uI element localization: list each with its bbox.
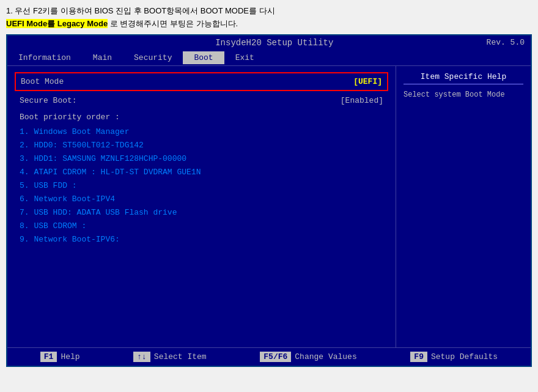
boot-mode-row[interactable]: Boot Mode [UEFI] <box>15 72 388 91</box>
boot-item-3[interactable]: 3. HDD1: SAMSUNG MZNLF128HCHP-00000 <box>20 152 388 166</box>
f5f6-label: Change Values <box>295 352 356 361</box>
boot-item-1[interactable]: 1. Windows Boot Manager <box>20 125 388 139</box>
footer-f1: F1 Help <box>40 352 80 362</box>
instruction-line2: UEFI Mode를 Legacy Mode 로 변경해주시면 부팅은 가능합니… <box>6 18 532 31</box>
select-label: Select Item <box>154 352 207 361</box>
f9-key: F9 <box>410 352 427 362</box>
bios-title-bar: InsydeH20 Setup Utility Rev. 5.0 <box>7 35 531 50</box>
instruction-line1: 1. 우선 F2키를 이용하여 BIOS 진입 후 BOOT항목에서 BOOT … <box>6 5 532 18</box>
boot-item-7[interactable]: 7. USB HDD: ADATA USB Flash drive <box>20 206 388 220</box>
up-arrow-key: ↑↓ <box>133 352 150 362</box>
f1-label: Help <box>61 352 79 361</box>
boot-mode-label: Boot Mode <box>21 77 64 86</box>
menu-information[interactable]: Information <box>7 51 82 64</box>
boot-item-9[interactable]: 9. Network Boot-IPV6: <box>20 233 388 246</box>
bios-rev: Rev. 5.0 <box>487 38 525 47</box>
bios-footer: F1 Help ↑↓ Select Item F5/F6 Change Valu… <box>7 347 531 366</box>
bios-container: InsydeH20 Setup Utility Rev. 5.0 Informa… <box>6 34 532 367</box>
secure-boot-label: Secure Boot: <box>20 96 77 105</box>
bios-content-area: Boot Mode [UEFI] Secure Boot: [Enabled] … <box>7 66 531 347</box>
f1-key: F1 <box>40 352 57 362</box>
menu-main[interactable]: Main <box>82 51 123 64</box>
menu-boot[interactable]: Boot <box>183 51 224 64</box>
secure-boot-row: Secure Boot: [Enabled] <box>15 95 388 106</box>
bios-title: InsydeH20 Setup Utility <box>62 38 487 48</box>
f9-label: Setup Defaults <box>431 352 498 361</box>
menu-security[interactable]: Security <box>123 51 183 64</box>
bios-help-panel: Item Specific Help Select system Boot Mo… <box>396 66 531 347</box>
footer-arrows: ↑↓ Select Item <box>133 352 206 362</box>
help-title: Item Specific Help <box>404 72 523 84</box>
footer-f5f6: F5/F6 Change Values <box>260 352 356 362</box>
menu-exit[interactable]: Exit <box>224 51 265 64</box>
boot-priority-title: Boot priority order : <box>15 113 388 122</box>
f5f6-key: F5/F6 <box>260 352 291 362</box>
boot-item-4[interactable]: 4. ATAPI CDROM : HL-DT-ST DVDRAM GUE1N <box>20 166 388 179</box>
boot-item-8[interactable]: 8. USB CDROM : <box>20 220 388 233</box>
secure-boot-value: [Enabled] <box>341 96 383 105</box>
uefi-mode-highlight: UEFI Mode를 Legacy Mode <box>6 19 108 28</box>
instruction-line2-rest: 로 변경해주시면 부팅은 가능합니다. <box>110 19 238 28</box>
boot-item-2[interactable]: 2. HDD0: ST500LT012-TDG142 <box>20 139 388 152</box>
boot-item-6[interactable]: 6. Network Boot-IPV4 <box>20 193 388 206</box>
help-text: Select system Boot Mode <box>404 89 523 100</box>
instructions-area: 1. 우선 F2키를 이용하여 BIOS 진입 후 BOOT항목에서 BOOT … <box>0 0 538 34</box>
boot-priority-list: 1. Windows Boot Manager 2. HDD0: ST500LT… <box>15 125 388 247</box>
boot-mode-value: [UEFI] <box>353 77 382 86</box>
bios-main-panel: Boot Mode [UEFI] Secure Boot: [Enabled] … <box>7 66 396 347</box>
footer-f9: F9 Setup Defaults <box>410 352 498 362</box>
boot-item-5[interactable]: 5. USB FDD : <box>20 179 388 193</box>
bios-menu-bar: Information Main Security Boot Exit <box>7 50 531 66</box>
